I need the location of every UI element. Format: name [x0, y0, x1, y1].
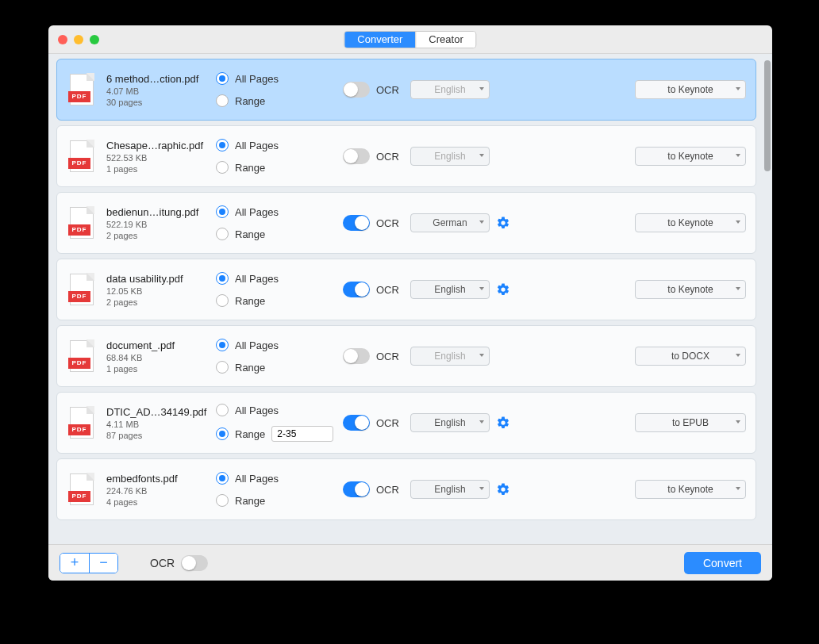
language-dropdown[interactable]: English: [410, 280, 490, 299]
gear-icon[interactable]: [496, 416, 510, 430]
chevron-down-icon: [479, 220, 484, 224]
format-group: to Keynote: [529, 213, 746, 232]
scrollbar-thumb[interactable]: [764, 60, 771, 171]
range-label: Range: [235, 162, 265, 174]
language-dropdown[interactable]: English: [410, 413, 490, 432]
all-pages-radio[interactable]: [216, 205, 229, 218]
file-info: DTIC_AD…34149.pdf4.11 MB87 pages: [97, 406, 216, 440]
format-dropdown[interactable]: to Keynote: [635, 480, 746, 499]
chevron-down-icon: [479, 287, 484, 290]
ocr-label: OCR: [376, 84, 399, 96]
all-pages-radio[interactable]: [216, 472, 229, 485]
file-list: PDF6 method…ction.pdf4.07 MB30 pagesAll …: [48, 54, 763, 544]
convert-button[interactable]: Convert: [684, 552, 761, 574]
range-input[interactable]: [271, 426, 333, 442]
range-label: Range: [235, 295, 265, 307]
file-info: data usability.pdf12.05 KB2 pages: [97, 273, 216, 307]
format-dropdown[interactable]: to Keynote: [635, 147, 746, 166]
all-pages-label: All Pages: [235, 140, 279, 151]
format-dropdown[interactable]: to Keynote: [635, 213, 746, 232]
language-value: English: [434, 484, 465, 495]
language-dropdown: English: [410, 80, 490, 99]
ocr-switch[interactable]: [343, 215, 370, 231]
zoom-icon[interactable]: [90, 35, 99, 44]
format-group: to Keynote: [529, 80, 746, 99]
minimize-icon[interactable]: [74, 35, 83, 44]
close-icon[interactable]: [58, 35, 67, 44]
file-pages: 2 pages: [106, 297, 216, 307]
pdf-file-icon: PDF: [67, 407, 97, 439]
file-row[interactable]: PDFChesape…raphic.pdf522.53 KB1 pagesAll…: [56, 125, 756, 187]
format-dropdown[interactable]: to EPUB: [635, 413, 746, 432]
range-radio[interactable]: [216, 161, 229, 174]
range-label: Range: [235, 95, 265, 107]
gear-icon[interactable]: [496, 482, 510, 496]
ocr-label: OCR: [376, 351, 399, 362]
format-dropdown[interactable]: to DOCX: [635, 347, 746, 366]
file-row[interactable]: PDFdata usability.pdf12.05 KB2 pagesAll …: [56, 259, 756, 320]
range-radio[interactable]: [216, 494, 229, 507]
range-radio[interactable]: [216, 361, 229, 374]
format-group: to Keynote: [529, 147, 746, 166]
ocr-switch[interactable]: [343, 282, 370, 297]
language-dropdown[interactable]: English: [410, 480, 490, 499]
language-group: English: [410, 347, 529, 366]
format-value: to Keynote: [667, 84, 713, 95]
file-size: 224.76 KB: [106, 486, 216, 496]
file-row[interactable]: PDFDTIC_AD…34149.pdf4.11 MB87 pagesAll P…: [56, 392, 756, 454]
language-dropdown: English: [410, 147, 490, 166]
tab-converter[interactable]: Converter: [344, 32, 415, 48]
all-pages-radio[interactable]: [216, 72, 229, 85]
file-name: DTIC_AD…34149.pdf: [106, 406, 216, 418]
range-radio[interactable]: [216, 427, 229, 440]
add-file-button[interactable]: +: [60, 554, 89, 573]
scrollbar[interactable]: [763, 54, 772, 544]
range-radio[interactable]: [216, 228, 229, 240]
file-info: Chesape…raphic.pdf522.53 KB1 pages: [97, 140, 216, 174]
file-row[interactable]: PDFembedfonts.pdf224.76 KB4 pagesAll Pag…: [56, 458, 756, 520]
gear-icon[interactable]: [496, 282, 510, 297]
format-value: to Keynote: [667, 284, 713, 295]
range-radio[interactable]: [216, 294, 229, 307]
format-value: to Keynote: [667, 217, 713, 228]
ocr-group: OCR: [343, 481, 410, 497]
format-dropdown[interactable]: to Keynote: [635, 80, 746, 99]
ocr-switch[interactable]: [343, 415, 370, 431]
file-size: 12.05 KB: [106, 286, 216, 296]
all-pages-radio[interactable]: [216, 404, 229, 416]
format-dropdown[interactable]: to Keynote: [635, 280, 746, 299]
all-pages-radio[interactable]: [216, 272, 229, 285]
footer-ocr-switch[interactable]: [181, 555, 208, 571]
ocr-group: OCR: [343, 82, 410, 98]
all-pages-label: All Pages: [235, 473, 279, 485]
file-row[interactable]: PDFbedienun…itung.pdf522.19 KB2 pagesAll…: [56, 192, 756, 254]
ocr-group: OCR: [343, 415, 410, 431]
range-label: Range: [235, 495, 265, 507]
ocr-switch[interactable]: [343, 481, 370, 497]
range-radio[interactable]: [216, 94, 229, 107]
tab-creator[interactable]: Creator: [415, 32, 475, 48]
ocr-switch[interactable]: [343, 348, 370, 364]
file-row[interactable]: PDF6 method…ction.pdf4.07 MB30 pagesAll …: [56, 59, 756, 121]
language-value: English: [434, 417, 465, 428]
format-group: to Keynote: [529, 280, 746, 299]
chevron-down-icon: [479, 487, 484, 490]
language-dropdown[interactable]: German: [410, 213, 490, 232]
pdf-file-icon: PDF: [67, 340, 97, 372]
page-range-group: All PagesRange: [216, 472, 343, 507]
chevron-down-icon: [479, 420, 484, 424]
pdf-file-icon: PDF: [67, 473, 97, 505]
ocr-switch[interactable]: [343, 82, 370, 98]
remove-file-button[interactable]: −: [89, 554, 117, 573]
language-group: English: [410, 80, 529, 99]
format-value: to Keynote: [667, 151, 713, 162]
ocr-switch[interactable]: [343, 148, 370, 164]
page-range-group: All PagesRange: [216, 139, 343, 174]
language-value: English: [434, 351, 465, 362]
all-pages-radio[interactable]: [216, 139, 229, 151]
content-area: PDF6 method…ction.pdf4.07 MB30 pagesAll …: [48, 54, 772, 544]
file-row[interactable]: PDFdocument_.pdf68.84 KB1 pagesAll Pages…: [56, 325, 756, 387]
gear-icon[interactable]: [496, 216, 510, 230]
all-pages-radio[interactable]: [216, 339, 229, 351]
footer-ocr-group: OCR: [150, 555, 208, 571]
